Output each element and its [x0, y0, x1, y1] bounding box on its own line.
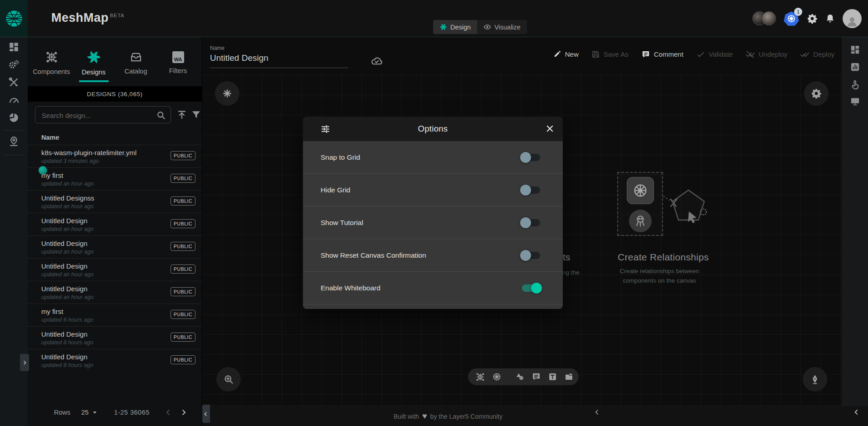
design-row[interactable]: Untitled Design updated 8 hours ago PUBL… — [28, 326, 202, 349]
comment-icon[interactable] — [532, 372, 541, 382]
tab-filters[interactable]: WA Filters — [159, 49, 198, 74]
dock-toggle-icon[interactable] — [853, 408, 860, 416]
rail-divider — [3, 130, 25, 131]
beta-tag: BETA — [110, 13, 125, 18]
design-row[interactable]: my first updated an hour ago PUBLIC — [28, 167, 202, 190]
tab-filters-label: Filters — [169, 67, 187, 74]
panel-expand-handle[interactable] — [20, 354, 29, 371]
design-row[interactable]: Untitled Design updated an hour ago PUBL… — [28, 258, 202, 281]
close-icon[interactable] — [545, 124, 555, 133]
show-tutorial-toggle[interactable] — [522, 219, 540, 226]
location-pin-icon[interactable] — [8, 136, 20, 147]
save-as-button[interactable]: Save As — [591, 50, 629, 59]
snap-to-grid-toggle[interactable] — [522, 154, 540, 161]
grid-view-icon[interactable] — [850, 44, 860, 55]
enable-whiteboard-toggle[interactable] — [522, 284, 540, 292]
layer5-mesh-icon — [5, 10, 23, 28]
kubernetes-icon[interactable] — [492, 372, 502, 382]
cloud-saved-icon — [371, 55, 383, 67]
monitor-icon[interactable] — [850, 96, 860, 107]
canvas-settings-button[interactable] — [804, 81, 829, 106]
toggle-knob — [520, 185, 531, 196]
option-row-enable-whiteboard: Enable Whiteboard — [303, 272, 563, 304]
kubernetes-context-button[interactable]: 1 — [783, 10, 800, 27]
pen-tool-button[interactable] — [803, 367, 827, 392]
components-icon[interactable] — [475, 372, 485, 382]
toggle-knob — [520, 250, 531, 261]
gears-icon[interactable] — [8, 59, 20, 70]
tab-components[interactable]: Components — [32, 48, 71, 75]
upload-design-icon[interactable] — [176, 109, 187, 120]
toggle-knob — [520, 217, 531, 228]
media-icon[interactable] — [564, 372, 574, 382]
mesh-sync-button[interactable] — [215, 81, 239, 106]
options-modal: Options Snap to Grid Hide Grid Show Tuto… — [303, 117, 563, 309]
owner-avatar — [39, 166, 47, 175]
zoom-in-button[interactable] — [216, 367, 241, 392]
wasm-filters-icon: WA — [172, 51, 184, 63]
design-updated: updated an hour ago — [41, 249, 93, 255]
option-label: Hide Grid — [321, 186, 350, 194]
show-reset-canvas-confirmation-toggle[interactable] — [522, 252, 540, 259]
design-row[interactable]: Untitled Designss updated an hour ago PU… — [28, 190, 202, 213]
option-label: Show Tutorial — [321, 219, 363, 227]
design-row[interactable]: my first updated 6 hours ago PUBLIC — [28, 304, 202, 326]
gauge-icon[interactable] — [8, 94, 20, 106]
visibility-badge: PUBLIC — [171, 264, 195, 274]
new-button[interactable]: New — [553, 50, 579, 59]
tab-catalog-label: Catalog — [125, 68, 147, 75]
pencil-icon — [553, 50, 561, 59]
pie-chart-icon[interactable] — [8, 112, 20, 123]
validate-button[interactable]: Validate — [696, 50, 733, 59]
tab-components-label: Components — [33, 68, 70, 75]
caret-down-icon — [91, 409, 98, 416]
previous-page-icon[interactable] — [164, 408, 172, 416]
kubernetes-icon — [632, 182, 649, 199]
rows-per-page-select[interactable]: 25 — [81, 409, 98, 416]
visibility-badge: PUBLIC — [171, 287, 195, 296]
tools-icon[interactable] — [8, 77, 20, 88]
drawer-collapse-handle[interactable] — [201, 405, 210, 423]
collaborator-avatar-2[interactable] — [762, 11, 776, 25]
user-avatar[interactable] — [843, 9, 862, 28]
design-row[interactable]: Untitled Design updated 8 hours ago PUBL… — [28, 349, 202, 372]
tab-designs[interactable]: Designs — [74, 47, 113, 76]
bell-icon[interactable] — [825, 13, 835, 24]
tab-visualize[interactable]: Visualize — [477, 20, 527, 34]
layer5-logo[interactable] — [0, 0, 28, 37]
deploy-button[interactable]: Deploy — [800, 49, 834, 59]
design-row[interactable]: Untitled Design updated an hour ago PUBL… — [28, 213, 202, 235]
gear-icon[interactable] — [807, 13, 818, 24]
app-name: MeshMap — [51, 11, 109, 24]
shapes-icon[interactable] — [515, 372, 525, 382]
hide-grid-toggle[interactable] — [522, 186, 540, 194]
touch-icon[interactable] — [850, 79, 860, 90]
toggle-knob — [531, 283, 542, 294]
onboarding-components-box — [617, 172, 663, 236]
next-page-icon[interactable] — [180, 408, 188, 416]
tab-catalog[interactable]: Catalog — [117, 48, 156, 75]
options-modal-header: Options — [303, 117, 563, 141]
design-row[interactable]: Untitled Design updated an hour ago PUBL… — [28, 235, 202, 258]
filter-funnel-icon[interactable] — [191, 109, 201, 120]
visibility-badge: PUBLIC — [171, 174, 195, 183]
design-name-input[interactable] — [210, 53, 348, 68]
tab-design[interactable]: Design — [433, 20, 477, 34]
design-row[interactable]: Untitled Design updated an hour ago PUBL… — [28, 281, 202, 304]
deploy-label: Deploy — [813, 50, 834, 58]
design-updated: updated 6 hours ago — [41, 317, 93, 323]
header-actions: 1 — [752, 0, 862, 37]
search-input[interactable] — [41, 107, 151, 123]
column-header-name: Name — [41, 134, 59, 141]
undeploy-button[interactable]: Undeploy — [746, 49, 787, 59]
heart-icon: ♥ — [422, 411, 427, 421]
chevron-left-icon — [203, 411, 209, 417]
text-icon[interactable] — [548, 372, 557, 382]
context-count-badge: 1 — [794, 8, 802, 16]
comment-button[interactable]: Comment — [641, 50, 683, 59]
search-box — [35, 106, 171, 123]
bottom-drawer-toggle-icon[interactable] — [593, 408, 601, 416]
dashboard-icon[interactable] — [8, 41, 20, 53]
bar-chart-icon[interactable] — [850, 62, 860, 72]
design-row[interactable]: k8s-wasm-plugin-ratelimiter.yml updated … — [28, 145, 202, 167]
